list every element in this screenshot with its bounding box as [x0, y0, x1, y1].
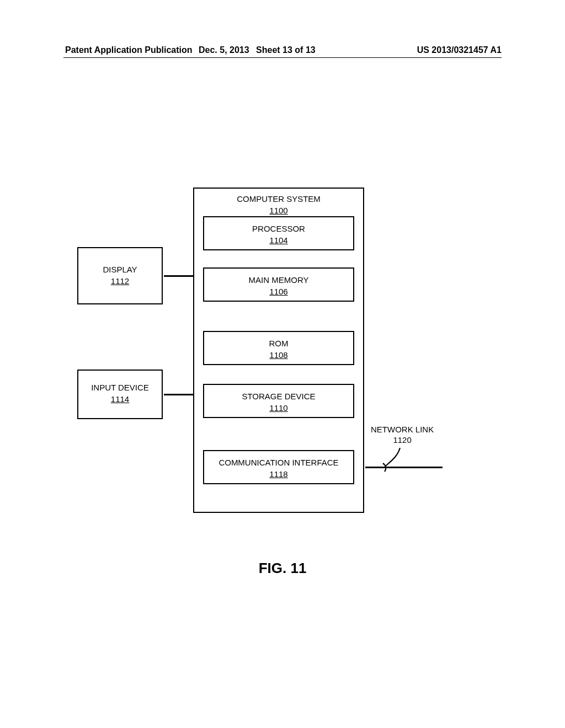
block-rom: ROM 1108 — [203, 331, 354, 365]
block-communication-interface: COMMUNICATION INTERFACE 1118 — [203, 450, 354, 484]
block-label: COMPUTER SYSTEM — [194, 194, 363, 205]
block-ref: 1104 — [269, 235, 287, 245]
connector-display-to-system — [164, 275, 193, 277]
block-ref: 1114 — [111, 394, 129, 404]
block-input-device: INPUT DEVICE 1114 — [77, 370, 163, 419]
header-sheet: Sheet 13 of 13 — [256, 45, 316, 55]
figure-caption: FIG. 11 — [0, 560, 565, 577]
connector-input-to-system — [164, 394, 193, 395]
block-label: INPUT DEVICE — [78, 383, 162, 393]
block-ref: 1112 — [111, 276, 129, 286]
header-rule — [63, 57, 502, 58]
header-publication-number: US 2013/0321457 A1 — [417, 45, 502, 55]
block-label: PROCESSOR — [204, 224, 353, 234]
label-network-link: NETWORK LINK 1120 — [371, 425, 434, 445]
header-publication-label: Patent Application Publication — [65, 45, 193, 55]
block-storage-device: STORAGE DEVICE 1110 — [203, 384, 354, 418]
page: Patent Application Publication Dec. 5, 2… — [0, 0, 565, 728]
block-ref: 1110 — [269, 403, 287, 413]
block-ref: 1100 — [269, 206, 287, 215]
block-ref: 1118 — [269, 469, 287, 479]
header-date: Dec. 5, 2013 — [199, 45, 249, 55]
header-center: Dec. 5, 2013 Sheet 13 of 13 — [199, 45, 316, 55]
block-label: MAIN MEMORY — [204, 275, 353, 286]
block-label: NETWORK LINK — [371, 425, 434, 434]
block-label: STORAGE DEVICE — [204, 392, 353, 402]
leadline-network-link — [383, 447, 417, 474]
block-processor: PROCESSOR 1104 — [203, 216, 354, 250]
block-label: COMMUNICATION INTERFACE — [204, 458, 353, 468]
block-ref: 1108 — [269, 350, 287, 360]
block-ref: 1106 — [269, 287, 287, 296]
block-label: ROM — [204, 339, 353, 349]
block-display: DISPLAY 1112 — [77, 247, 163, 304]
block-ref: 1120 — [371, 435, 434, 445]
block-label: DISPLAY — [78, 265, 162, 275]
block-main-memory: MAIN MEMORY 1106 — [203, 267, 354, 302]
